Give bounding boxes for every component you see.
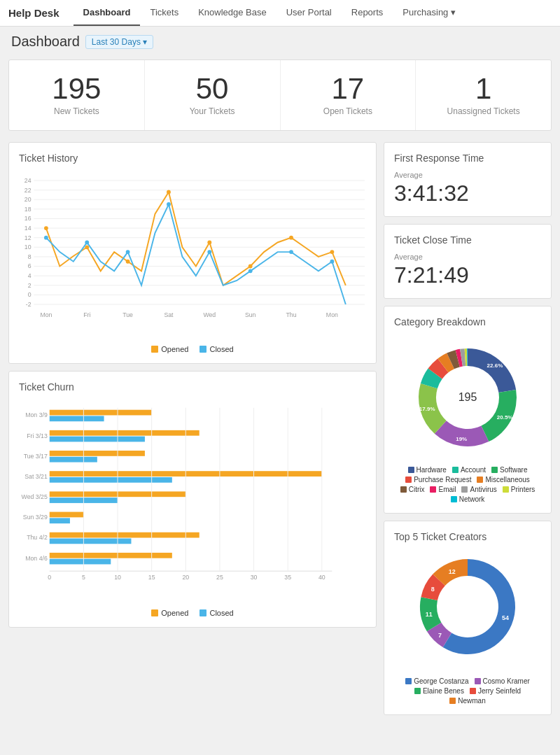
ticket-close-avg-label: Average	[394, 253, 541, 261]
svg-text:10: 10	[114, 574, 121, 581]
nav-tickets[interactable]: Tickets	[140, 0, 188, 26]
elaine-color	[414, 688, 421, 694]
page-header: Dashboard Last 30 Days ▾	[0, 27, 560, 54]
elaine-label: Elaine Benes	[423, 687, 464, 695]
svg-text:11: 11	[426, 611, 433, 618]
bar-chart-legend: Opened Closed	[19, 609, 366, 617]
legend-jerry: Jerry Seinfeld	[470, 687, 521, 695]
svg-text:20: 20	[182, 574, 189, 581]
legend-closed: Closed	[200, 345, 233, 353]
purchase-request-label: Purchase Request	[414, 476, 471, 484]
svg-point-48	[207, 250, 211, 254]
svg-point-49	[248, 269, 253, 273]
hardware-label: Hardware	[416, 466, 447, 474]
creators-donut-svg: 54711812	[401, 549, 534, 672]
legend-newman: Newman	[449, 697, 485, 705]
nav-dashboard[interactable]: Dashboard	[74, 0, 141, 26]
svg-point-50	[289, 250, 293, 254]
svg-text:25: 25	[216, 574, 223, 581]
citrix-color	[400, 486, 407, 493]
svg-point-51	[330, 260, 334, 264]
ticket-close-value: 7:21:49	[394, 262, 541, 288]
svg-text:0: 0	[48, 574, 51, 581]
email-label: Email	[438, 486, 456, 493]
nav-user-portal[interactable]: User Portal	[276, 0, 342, 26]
svg-text:-2: -2	[26, 301, 31, 308]
ticket-history-card: Ticket History 24 22 20 18 16 14 12 10 8…	[8, 142, 377, 364]
date-filter[interactable]: Last 30 Days ▾	[85, 35, 153, 49]
first-response-value: 3:41:32	[394, 181, 541, 206]
svg-text:Wed: Wed	[203, 311, 216, 318]
software-label: Software	[500, 466, 527, 474]
legend-elaine: Elaine Benes	[414, 687, 464, 695]
svg-text:7: 7	[438, 632, 442, 639]
svg-text:Mon: Mon	[40, 311, 52, 318]
newman-color	[449, 698, 456, 704]
svg-text:24: 24	[24, 177, 31, 184]
svg-rect-72	[50, 532, 200, 538]
jerry-label: Jerry Seinfeld	[478, 687, 521, 695]
svg-text:Thu: Thu	[286, 311, 296, 318]
email-color	[430, 486, 436, 493]
svg-text:2: 2	[28, 282, 31, 289]
svg-text:Mon: Mon	[326, 311, 338, 318]
stat-new-tickets: 195 New Tickets	[9, 60, 145, 130]
account-color	[452, 467, 458, 473]
printers-color	[503, 486, 509, 493]
new-tickets-count: 195	[16, 74, 137, 104]
nav-knowledge-base[interactable]: Knowledge Base	[188, 0, 276, 26]
new-tickets-label: New Tickets	[16, 106, 137, 116]
first-response-title: First Response Time	[394, 153, 541, 164]
opened-label: Opened	[161, 345, 188, 353]
creators-legend: George Costanza Cosmo Kramer Elaine Bene…	[394, 677, 541, 705]
svg-point-46	[126, 250, 130, 254]
svg-text:195: 195	[458, 391, 477, 403]
software-color	[491, 467, 498, 473]
jerry-color	[470, 688, 476, 694]
first-response-avg-label: Average	[394, 171, 541, 179]
ticket-churn-card: Ticket Churn Mon 3/9 Fri 3/13 Tue 3/17 S…	[8, 371, 377, 628]
main-content: Ticket History 24 22 20 18 16 14 12 10 8…	[0, 136, 560, 721]
top-creators-title: Top 5 Ticket Creators	[394, 531, 541, 542]
svg-text:Fri 3/13: Fri 3/13	[27, 432, 48, 439]
svg-point-39	[167, 190, 171, 195]
citrix-label: Citrix	[409, 486, 425, 493]
opened-color	[151, 346, 158, 353]
churn-closed-label: Closed	[209, 609, 233, 617]
legend-software: Software	[491, 466, 527, 474]
svg-text:Sat: Sat	[164, 311, 174, 318]
nav-reports[interactable]: Reports	[342, 0, 393, 26]
svg-text:30: 30	[251, 574, 258, 581]
svg-text:19%: 19%	[456, 436, 467, 442]
svg-point-47	[167, 202, 171, 206]
svg-text:12: 12	[449, 568, 456, 575]
bar-chart: Mon 3/9 Fri 3/13 Tue 3/17 Sat 3/21 Wed 3…	[19, 400, 366, 605]
line-chart: 24 22 20 18 16 14 12 10 8 6 4 2 0 -2	[19, 171, 366, 341]
svg-point-38	[126, 260, 130, 264]
svg-text:4: 4	[28, 272, 31, 279]
svg-text:15: 15	[148, 574, 155, 581]
legend-opened: Opened	[151, 345, 188, 353]
svg-rect-62	[50, 430, 200, 436]
top-creators-card: Top 5 Ticket Creators 54711812 George Co…	[384, 521, 552, 715]
svg-text:Sat 3/21: Sat 3/21	[24, 473, 48, 480]
svg-text:14: 14	[24, 225, 31, 232]
svg-text:35: 35	[284, 574, 291, 581]
svg-text:40: 40	[318, 574, 326, 581]
svg-text:10: 10	[24, 244, 31, 251]
svg-point-45	[85, 241, 89, 245]
first-response-card: First Response Time Average 3:41:32	[384, 142, 552, 217]
svg-rect-67	[50, 477, 172, 483]
george-color	[405, 678, 412, 684]
churn-opened-color	[151, 609, 158, 616]
svg-point-40	[207, 241, 211, 245]
newman-label: Newman	[458, 697, 485, 705]
nav-purchasing[interactable]: Purchasing ▾	[393, 0, 465, 26]
your-tickets-count: 50	[152, 74, 273, 104]
line-chart-svg: 24 22 20 18 16 14 12 10 8 6 4 2 0 -2	[19, 171, 366, 339]
category-donut-svg: 19522.6%20.5%19%17.9%	[405, 334, 531, 460]
svg-text:18: 18	[24, 206, 31, 213]
svg-text:8: 8	[431, 586, 435, 593]
svg-text:Tue 3/17: Tue 3/17	[24, 453, 48, 460]
your-tickets-label: Your Tickets	[152, 106, 273, 116]
